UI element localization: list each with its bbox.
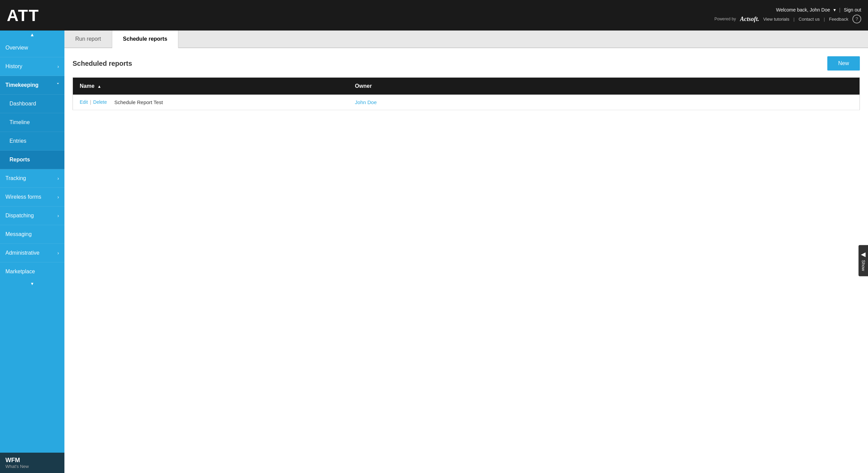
sidebar-item-dashboard[interactable]: Dashboard (0, 95, 64, 113)
administrative-chevron-icon: › (57, 250, 59, 256)
table-cell-owner: John Doe (348, 95, 860, 110)
delete-link[interactable]: Delete (93, 99, 107, 105)
sidebar-item-timeline[interactable]: Timeline (0, 113, 64, 132)
welcome-chevron[interactable]: ▾ (833, 7, 836, 13)
help-button[interactable]: ? (852, 15, 861, 23)
sidebar-timeline-label: Timeline (9, 119, 30, 125)
sidebar-timekeeping-label: Timekeeping (5, 82, 39, 88)
report-name: Schedule Report Test (114, 99, 163, 105)
separator-1: | (839, 7, 841, 13)
tab-run-report[interactable]: Run report (64, 31, 112, 47)
owner-column-header[interactable]: Owner (348, 78, 860, 95)
sidebar: ▲ Overview History › Timekeeping ˅ Dashb… (0, 31, 64, 473)
row-actions: Edit|DeleteSchedule Report Test (80, 99, 341, 105)
timekeeping-chevron-icon: ˅ (57, 82, 59, 88)
powered-by-label: Powered by (714, 17, 736, 21)
history-chevron-icon: › (57, 64, 59, 69)
new-button[interactable]: New (827, 56, 860, 71)
edit-link[interactable]: Edit (80, 99, 88, 105)
sidebar-item-reports[interactable]: Reports (0, 151, 64, 169)
sign-out-link[interactable]: Sign out (844, 7, 861, 13)
table-cell-actions: Edit|DeleteSchedule Report Test (73, 95, 348, 110)
main-layout: ▲ Overview History › Timekeeping ˅ Dashb… (0, 31, 868, 473)
wfm-subtitle: What's New (5, 464, 59, 469)
sidebar-messaging-label: Messaging (5, 231, 32, 237)
table-row: Edit|DeleteSchedule Report TestJohn Doe (73, 95, 860, 110)
sidebar-administrative-label: Administrative (5, 250, 39, 256)
actsoft-logo: Actsoft. (740, 16, 759, 23)
side-panel-toggle[interactable]: ◀ Show (859, 245, 868, 276)
scheduled-reports-table: Name ▲ Owner Edit|DeleteSchedule Report … (73, 77, 860, 110)
sidebar-item-administrative[interactable]: Administrative › (0, 244, 64, 262)
name-column-header[interactable]: Name ▲ (73, 78, 348, 95)
sidebar-overview-label: Overview (5, 45, 28, 51)
header-top-row: Welcome back, John Doe ▾ | Sign out (776, 7, 861, 13)
panel-arrow-icon: ◀ (861, 250, 866, 258)
feedback-link[interactable]: Feedback (829, 17, 848, 22)
app-logo: ATT (7, 6, 39, 25)
tabs-bar: Run report Schedule reports (64, 31, 868, 48)
sidebar-item-entries[interactable]: Entries (0, 132, 64, 151)
sidebar-tracking-label: Tracking (5, 175, 26, 181)
tracking-chevron-icon: › (57, 176, 59, 181)
owner-link[interactable]: John Doe (355, 99, 377, 105)
section-title: Scheduled reports (73, 60, 132, 67)
sidebar-history-label: History (5, 63, 22, 70)
section-header: Scheduled reports New (73, 56, 860, 71)
sidebar-item-timekeeping[interactable]: Timekeeping ˅ (0, 76, 64, 95)
name-sort-icon[interactable]: ▲ (97, 84, 101, 89)
panel-toggle-label: Show (861, 260, 866, 271)
header-bottom-row: Powered by Actsoft. View tutorials | Con… (714, 15, 861, 23)
sidebar-dispatching-label: Dispatching (5, 213, 34, 219)
content-area: Run report Schedule reports Scheduled re… (64, 31, 868, 473)
sidebar-item-marketplace[interactable]: Marketplace (0, 262, 64, 281)
sidebar-wireless-forms-label: Wireless forms (5, 194, 41, 200)
view-tutorials-link[interactable]: View tutorials (763, 17, 789, 22)
contact-us-link[interactable]: Contact us (798, 17, 820, 22)
sidebar-dashboard-label: Dashboard (9, 101, 36, 107)
sidebar-item-overview[interactable]: Overview (0, 39, 64, 57)
sidebar-item-messaging[interactable]: Messaging (0, 225, 64, 244)
dispatching-chevron-icon: › (57, 213, 59, 218)
tab-schedule-reports[interactable]: Schedule reports (112, 31, 179, 48)
sidebar-scroll-down[interactable]: ▼ (0, 281, 64, 287)
sidebar-item-history[interactable]: History › (0, 57, 64, 76)
table-header-row: Name ▲ Owner (73, 78, 860, 95)
sidebar-marketplace-label: Marketplace (5, 269, 35, 275)
wfm-title: WFM (5, 457, 59, 464)
sidebar-footer[interactable]: WFM What's New (0, 453, 64, 473)
app-header: ATT Welcome back, John Doe ▾ | Sign out … (0, 0, 868, 31)
action-separator: | (90, 99, 91, 105)
content-body: Scheduled reports New Name ▲ Owner (64, 48, 868, 473)
sidebar-reports-label: Reports (9, 157, 30, 163)
wireless-forms-chevron-icon: › (57, 194, 59, 200)
sidebar-item-wireless-forms[interactable]: Wireless forms › (0, 188, 64, 206)
welcome-text[interactable]: Welcome back, John Doe (776, 7, 830, 13)
sidebar-scroll-up[interactable]: ▲ (0, 31, 64, 39)
sidebar-entries-label: Entries (9, 138, 26, 144)
sidebar-item-tracking[interactable]: Tracking › (0, 169, 64, 188)
header-right: Welcome back, John Doe ▾ | Sign out Powe… (714, 7, 861, 23)
sidebar-item-dispatching[interactable]: Dispatching › (0, 206, 64, 225)
